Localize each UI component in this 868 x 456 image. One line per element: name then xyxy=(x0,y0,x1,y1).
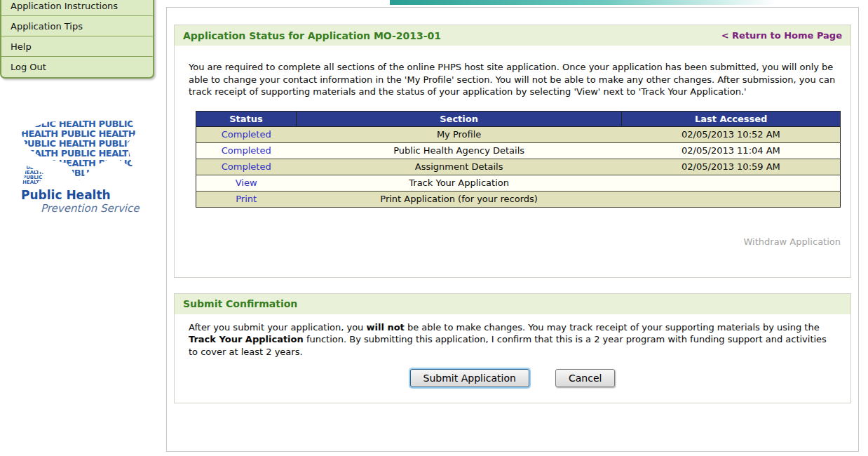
cancel-button[interactable]: Cancel xyxy=(555,369,615,387)
sidebar-menu: Application Instructions Application Tip… xyxy=(0,0,154,79)
last-accessed-cell: 02/05/2013 10:52 AM xyxy=(622,126,841,142)
alaska-map-icon: PUBLIC HEALTH PUBLIC HEALTH PUBLIC HEALT… xyxy=(22,166,48,184)
last-accessed-cell xyxy=(622,175,841,191)
table-header-row: Status Section Last Accessed xyxy=(196,111,841,126)
last-accessed-cell: 02/05/2013 10:59 AM xyxy=(622,159,841,175)
withdraw-row: Withdraw Application xyxy=(175,234,841,248)
status-table: Status Section Last Accessed Completed M… xyxy=(196,111,841,208)
table-row: Print Print Application (for your record… xyxy=(196,191,841,207)
table-row: Completed My Profile 02/05/2013 10:52 AM xyxy=(196,126,841,142)
section-cell: Print Application (for your records) xyxy=(296,191,621,207)
status-intro-text: You are required to complete all section… xyxy=(189,61,836,98)
last-accessed-cell: 02/05/2013 11:04 AM xyxy=(622,142,841,159)
table-row: View Track Your Application xyxy=(196,175,841,191)
submit-confirmation-text: After you submit your application, you w… xyxy=(189,321,836,358)
withdraw-application-link[interactable]: Withdraw Application xyxy=(744,236,841,247)
status-column-header: Status xyxy=(196,111,297,126)
status-section-header: Application Status for Application MO-20… xyxy=(175,25,850,46)
status-link[interactable]: Completed xyxy=(222,161,271,172)
button-row: Submit Application Cancel xyxy=(175,369,850,387)
sidebar-item-log-out[interactable]: Log Out xyxy=(1,57,153,77)
application-status-section: Application Status for Application MO-20… xyxy=(174,25,851,278)
sidebar-item-help[interactable]: Help xyxy=(1,36,153,57)
section-column-header: Section xyxy=(296,111,621,126)
status-link[interactable]: View xyxy=(236,177,257,188)
table-row: Completed Assignment Details 02/05/2013 … xyxy=(196,159,841,175)
submit-confirmation-section: Submit Confirmation After you submit you… xyxy=(174,293,851,404)
table-row: Completed Public Health Agency Details 0… xyxy=(196,142,841,159)
section-cell: My Profile xyxy=(296,126,621,142)
last-accessed-column-header: Last Accessed xyxy=(622,111,841,126)
header-banner-strip xyxy=(390,0,777,5)
main-panel: Application Status for Application MO-20… xyxy=(166,7,859,452)
sidebar-item-application-instructions[interactable]: Application Instructions xyxy=(1,0,153,16)
logo-title: Public Health xyxy=(21,188,144,202)
status-table-body: Completed My Profile 02/05/2013 10:52 AM… xyxy=(196,126,841,207)
page-title: Application Status for Application MO-20… xyxy=(183,30,441,41)
phps-logo: PUBLIC HEALTH PUBLIC HEALTH PUBLIC HEALT… xyxy=(21,119,144,215)
submit-section-header: Submit Confirmation xyxy=(175,294,850,314)
status-link[interactable]: Print xyxy=(236,194,257,204)
logo-subtitle: Prevention Service xyxy=(41,202,144,215)
status-link[interactable]: Completed xyxy=(222,145,271,156)
submit-application-button[interactable]: Submit Application xyxy=(410,369,529,387)
last-accessed-cell xyxy=(622,191,841,207)
section-cell: Public Health Agency Details xyxy=(296,142,621,159)
status-link[interactable]: Completed xyxy=(222,129,271,140)
submit-section-title: Submit Confirmation xyxy=(183,298,297,309)
return-home-link[interactable]: < Return to Home Page xyxy=(721,30,842,41)
section-cell: Assignment Details xyxy=(296,159,621,175)
sidebar-item-application-tips[interactable]: Application Tips xyxy=(1,16,153,36)
section-cell: Track Your Application xyxy=(296,175,621,191)
